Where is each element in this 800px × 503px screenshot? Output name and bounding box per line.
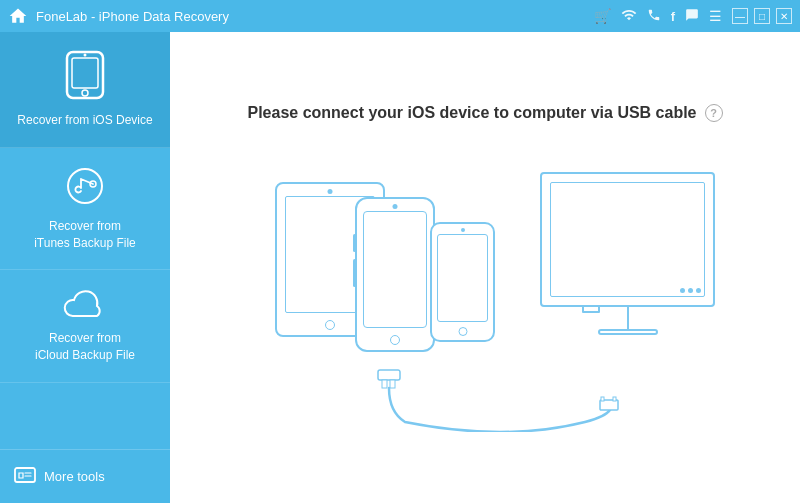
- device-illustration: [225, 152, 745, 432]
- connect-instruction: Please connect your iOS device to comput…: [247, 104, 722, 122]
- minimize-button[interactable]: —: [732, 8, 748, 24]
- sidebar-spacer: [0, 383, 170, 449]
- sidebar-item-recover-icloud[interactable]: Recover fromiCloud Backup File: [0, 270, 170, 383]
- svg-rect-9: [390, 380, 395, 388]
- svg-rect-8: [382, 380, 387, 388]
- connect-instruction-text: Please connect your iOS device to comput…: [247, 104, 696, 122]
- window-controls: — □ ✕: [732, 8, 792, 24]
- svg-rect-1: [72, 58, 98, 88]
- icloud-icon: [63, 288, 107, 322]
- svg-rect-11: [601, 397, 604, 401]
- sidebar-item-recover-itunes-label: Recover fromiTunes Backup File: [34, 218, 136, 252]
- svg-point-4: [68, 169, 102, 203]
- itunes-icon: [65, 166, 105, 210]
- sidebar-item-recover-icloud-label: Recover fromiCloud Backup File: [35, 330, 135, 364]
- help-icon[interactable]: ?: [705, 104, 723, 122]
- app-icon: [8, 6, 28, 26]
- svg-rect-7: [378, 370, 400, 380]
- ipad-home-button: [325, 320, 335, 330]
- more-tools-icon: [14, 464, 36, 489]
- cart-icon[interactable]: 🛒: [594, 8, 611, 24]
- ipad-camera: [328, 189, 333, 194]
- svg-rect-6: [15, 468, 35, 482]
- usb-port: [582, 305, 600, 313]
- sidebar-item-recover-ios[interactable]: Recover from iOS Device: [0, 32, 170, 148]
- menu-icon[interactable]: ☰: [709, 8, 722, 24]
- monitor-dot-3: [696, 288, 701, 293]
- close-button[interactable]: ✕: [776, 8, 792, 24]
- monitor-stand: [627, 305, 629, 330]
- monitor-screen: [550, 182, 705, 297]
- ios-device-icon: [65, 50, 105, 104]
- monitor: [540, 172, 715, 307]
- iphone-large-home: [390, 335, 400, 345]
- title-bar: FoneLab - iPhone Data Recovery 🛒 f ☰ — □…: [0, 0, 800, 32]
- svg-point-2: [82, 90, 88, 96]
- iphone-large-side-button: [353, 234, 356, 252]
- svg-rect-12: [613, 397, 616, 401]
- iphone-large: [355, 197, 435, 352]
- title-bar-text: FoneLab - iPhone Data Recovery: [36, 9, 594, 24]
- phone-icon[interactable]: [647, 8, 661, 25]
- iphone-large-side-button2: [353, 259, 356, 287]
- svg-point-3: [84, 54, 87, 57]
- main-layout: Recover from iOS Device Recover fromiTun…: [0, 32, 800, 503]
- content-area: Please connect your iOS device to comput…: [170, 32, 800, 503]
- sidebar-more-tools[interactable]: More tools: [0, 449, 170, 503]
- wifi-icon[interactable]: [621, 7, 637, 26]
- iphone-small-screen: [437, 234, 488, 322]
- svg-rect-10: [600, 400, 618, 410]
- iphone-small-home: [458, 327, 467, 336]
- monitor-base: [598, 329, 658, 335]
- sidebar: Recover from iOS Device Recover fromiTun…: [0, 32, 170, 503]
- chat-icon[interactable]: [685, 8, 699, 25]
- iphone-large-camera: [393, 204, 398, 209]
- facebook-icon[interactable]: f: [671, 9, 675, 24]
- more-tools-label: More tools: [44, 469, 105, 484]
- iphone-small-camera: [461, 228, 465, 232]
- sidebar-item-recover-ios-label: Recover from iOS Device: [17, 112, 152, 129]
- iphone-large-screen: [363, 211, 427, 328]
- sidebar-item-recover-itunes[interactable]: Recover fromiTunes Backup File: [0, 148, 170, 271]
- monitor-dot-1: [680, 288, 685, 293]
- maximize-button[interactable]: □: [754, 8, 770, 24]
- title-bar-actions: 🛒 f ☰: [594, 7, 722, 26]
- monitor-dots: [680, 288, 701, 293]
- monitor-dot-2: [688, 288, 693, 293]
- iphone-small: [430, 222, 495, 342]
